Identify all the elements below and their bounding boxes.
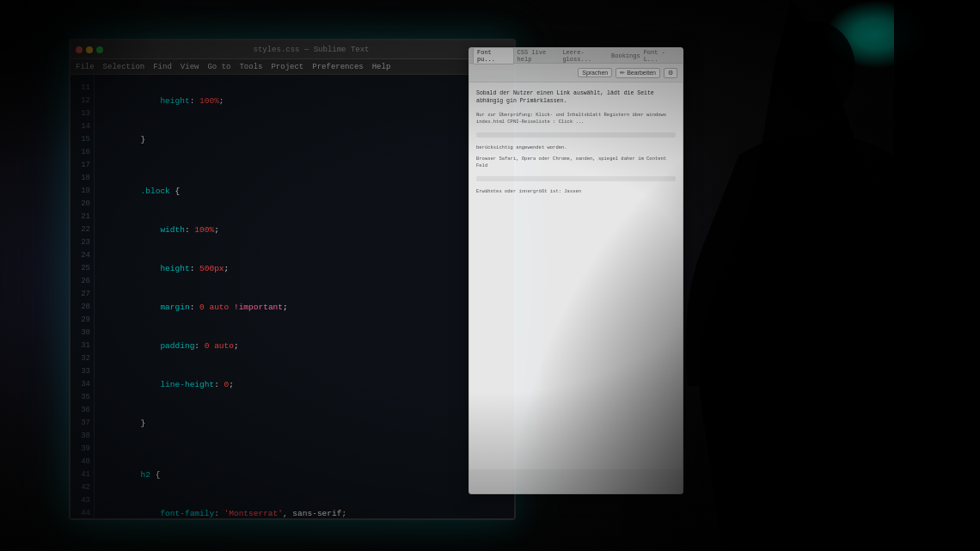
menu-project[interactable]: Project — [271, 63, 303, 71]
ln-36: 36 — [81, 404, 90, 417]
window-title: styles.css — Sublime Text — [113, 46, 509, 54]
menu-view[interactable]: View — [181, 63, 199, 71]
ln-37: 37 — [81, 417, 90, 430]
ln-42: 42 — [81, 481, 90, 494]
ln-44: 44 — [81, 507, 90, 520]
corner-shadow-bottom-right — [464, 0, 980, 551]
code-line-21 — [101, 443, 514, 456]
ln-32: 32 — [81, 352, 90, 365]
ln-43: 43 — [81, 494, 90, 507]
corner-shadow-top-left — [0, 0, 172, 172]
ln-34: 34 — [81, 378, 90, 391]
ln-25: 25 — [81, 262, 90, 275]
ln-30: 30 — [81, 327, 90, 340]
code-line-22: h2 { — [101, 456, 514, 494]
menu-help[interactable]: Help — [372, 63, 391, 71]
code-line-17: margin: 0 auto !important; — [101, 288, 514, 327]
ln-40: 40 — [81, 456, 90, 468]
ln-24: 24 — [81, 249, 90, 262]
ln-39: 39 — [81, 443, 90, 456]
ln-19: 19 — [81, 185, 90, 198]
ln-28: 28 — [81, 301, 90, 314]
code-line-15: width: 100%; — [101, 211, 514, 249]
ln-20: 20 — [81, 198, 90, 211]
menu-preferences[interactable]: Preferences — [312, 63, 363, 71]
ln-33: 33 — [81, 365, 90, 378]
ln-26: 26 — [81, 275, 90, 288]
code-line-14: .block { — [101, 172, 514, 211]
ln-38: 38 — [81, 430, 90, 443]
ln-27: 27 — [81, 288, 90, 301]
code-line-23: font-family: 'Montserrat', sans-serif; — [101, 494, 514, 518]
menu-tools[interactable]: Tools — [239, 63, 262, 71]
ln-31: 31 — [81, 340, 90, 352]
ln-35: 35 — [81, 391, 90, 404]
ln-22: 22 — [81, 223, 90, 236]
ln-21: 21 — [81, 211, 90, 223]
ln-29: 29 — [81, 314, 90, 327]
menu-goto[interactable]: Go to — [207, 63, 230, 71]
code-line-18: padding: 0 auto; — [101, 327, 514, 365]
code-line-19: line-height: 0; — [101, 365, 514, 404]
ln-41: 41 — [81, 468, 90, 481]
ln-23: 23 — [81, 236, 90, 249]
code-line-20: } — [101, 404, 514, 443]
ln-18: 18 — [81, 172, 90, 185]
code-line-16: height: 500px; — [101, 249, 514, 288]
